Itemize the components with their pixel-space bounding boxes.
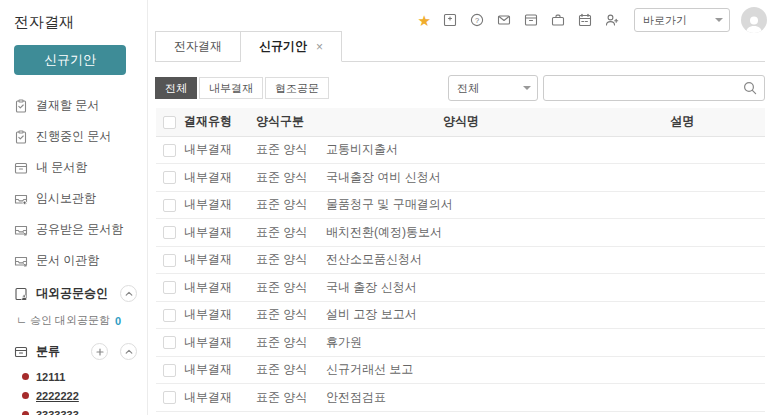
form-name-cell[interactable]: 국내 출장 신청서 xyxy=(322,274,600,302)
table-row: 내부결재 표준 양식 물품청구 및 구매결의서 xyxy=(156,191,765,219)
filter-right-controls: 전체 xyxy=(448,75,765,101)
form-name-cell[interactable]: 교통비지출서 xyxy=(322,136,600,164)
description-cell xyxy=(600,384,765,412)
row-checkbox[interactable] xyxy=(163,336,176,349)
quick-link-select[interactable]: 바로가기 xyxy=(634,8,730,32)
form-type-cell: 표준 양식 xyxy=(252,219,322,247)
row-checkbox[interactable] xyxy=(163,309,176,322)
type-select-wrap: 전체 xyxy=(448,75,538,101)
form-name-cell[interactable]: 휴가원 xyxy=(322,329,600,357)
row-checkbox[interactable] xyxy=(163,199,176,212)
add-user-icon[interactable] xyxy=(604,12,620,28)
category-dot-icon xyxy=(22,411,29,415)
form-name-cell[interactable]: 물품청구 및 구매결의서 xyxy=(322,191,600,219)
form-type-cell: 표준 양식 xyxy=(252,191,322,219)
sidebar-item-docs-to-approve[interactable]: 결재할 문서 xyxy=(0,90,147,121)
description-cell xyxy=(600,136,765,164)
approval-type-cell: 내부결재 xyxy=(180,356,252,384)
search-type-select[interactable]: 전체 xyxy=(448,75,538,101)
approval-type-cell: 내부결재 xyxy=(180,411,252,415)
approval-type-cell: 내부결재 xyxy=(180,246,252,274)
approval-type-cell: 내부결재 xyxy=(180,219,252,247)
approval-type-cell: 내부결재 xyxy=(180,191,252,219)
filter-cooperation-button[interactable]: 협조공문 xyxy=(265,77,329,99)
search-wrap xyxy=(543,75,765,101)
approval-type-cell: 내부결재 xyxy=(180,164,252,192)
approval-type-cell: 내부결재 xyxy=(180,274,252,302)
row-checkbox[interactable] xyxy=(163,391,176,404)
add-category-button[interactable] xyxy=(91,343,108,360)
briefcase-icon[interactable] xyxy=(550,12,566,28)
avatar[interactable] xyxy=(741,7,767,33)
sidebar-item-transfer-box[interactable]: 문서 이관함 xyxy=(0,245,147,276)
column-description: 설명 xyxy=(600,108,765,136)
sidebar-item-label: 문서 이관함 xyxy=(36,252,99,269)
tray-dot-icon xyxy=(14,192,28,206)
table-row: 내부결재 표준 양식 신규거래선 보고 xyxy=(156,356,765,384)
app-title: 전자결재 xyxy=(0,0,147,40)
tab-electronic-approval[interactable]: 전자결재 xyxy=(155,31,241,62)
new-draft-button[interactable]: 신규기안 xyxy=(14,45,126,75)
form-type-cell: 표준 양식 xyxy=(252,356,322,384)
sidebar-item-label: 임시보관함 xyxy=(36,190,96,207)
form-name-cell[interactable]: 안전점검표 xyxy=(322,384,600,412)
tray-arrow-icon xyxy=(14,223,28,237)
description-cell xyxy=(600,164,765,192)
form-type-cell: 표준 양식 xyxy=(252,411,322,415)
search-icon[interactable] xyxy=(742,80,758,99)
favorite-star-icon[interactable]: ★ xyxy=(418,13,431,28)
row-checkbox[interactable] xyxy=(163,171,176,184)
close-tab-icon[interactable]: × xyxy=(316,40,323,54)
form-name-cell[interactable]: 설비 고장 보고서 xyxy=(322,301,600,329)
select-all-checkbox[interactable] xyxy=(163,116,176,129)
search-input[interactable] xyxy=(543,75,765,101)
description-cell xyxy=(600,411,765,415)
sidebar-item-approved-external-box[interactable]: ㄴ 승인 대외공문함 0 xyxy=(0,309,147,334)
top-toolbar: ★ ? 바로가기 xyxy=(418,6,767,34)
form-name-cell[interactable]: 전산소모품신청서 xyxy=(322,246,600,274)
calendar-icon[interactable] xyxy=(577,12,593,28)
sidebar-item-shared-box[interactable]: 공유받은 문서함 xyxy=(0,214,147,245)
row-checkbox[interactable] xyxy=(163,144,176,157)
form-name-cell[interactable]: 국내출장 여비 신청서 xyxy=(322,164,600,192)
category-item[interactable]: 3333333 xyxy=(0,405,147,415)
row-checkbox[interactable] xyxy=(163,364,176,377)
row-checkbox[interactable] xyxy=(163,254,176,267)
mail-icon[interactable] xyxy=(496,12,512,28)
document-person-icon xyxy=(14,287,28,301)
plus-icon xyxy=(96,348,104,356)
sidebar-item-my-docs[interactable]: 내 문서함 xyxy=(0,152,147,183)
form-type-cell: 표준 양식 xyxy=(252,301,322,329)
form-name-cell[interactable]: 배치전환(예정)통보서 xyxy=(322,219,600,247)
sidebar-item-label: 내 문서함 xyxy=(36,159,87,176)
sidebar-menu: 결재할 문서 진행중인 문서 내 문서함 임시보관함 공유받은 문서함 문서 이… xyxy=(0,90,147,276)
filter-internal-button[interactable]: 내부결재 xyxy=(199,77,263,99)
description-cell xyxy=(600,219,765,247)
category-item[interactable]: 12111 xyxy=(0,367,147,386)
section-label: 분류 xyxy=(36,343,83,360)
help-icon[interactable]: ? xyxy=(469,12,485,28)
form-name-cell[interactable]: 신규거래선 보고 xyxy=(322,356,600,384)
board-icon[interactable] xyxy=(442,12,458,28)
tab-new-draft[interactable]: 신규기안 × xyxy=(241,31,342,62)
sidebar-item-docs-in-progress[interactable]: 진행중인 문서 xyxy=(0,121,147,152)
sidebar-section-external-approval[interactable]: 대외공문승인 xyxy=(0,276,147,309)
user-silhouette-icon xyxy=(743,13,765,33)
sidebar-item-label: 결재할 문서 xyxy=(36,97,99,114)
filter-all-button[interactable]: 전체 xyxy=(155,77,197,99)
sidebar-item-temp-box[interactable]: 임시보관함 xyxy=(0,183,147,214)
form-type-cell: 표준 양식 xyxy=(252,384,322,412)
category-item[interactable]: 2222222 xyxy=(0,386,147,405)
row-checkbox[interactable] xyxy=(163,281,176,294)
approval-type-cell: 내부결재 xyxy=(180,301,252,329)
category-label: 12111 xyxy=(36,371,65,383)
form-name-cell[interactable]: 전산소모품 신청서 xyxy=(322,411,600,415)
collapse-external-button[interactable] xyxy=(120,285,137,302)
clipboard-check-icon xyxy=(14,99,28,113)
collapse-category-button[interactable] xyxy=(120,343,137,360)
sidebar-section-category[interactable]: 분류 xyxy=(0,334,147,367)
row-checkbox[interactable] xyxy=(163,226,176,239)
approval-type-cell: 내부결재 xyxy=(180,136,252,164)
table-row: 내부결재 표준 양식 국내출장 여비 신청서 xyxy=(156,164,765,192)
storage-box-icon[interactable] xyxy=(523,12,539,28)
